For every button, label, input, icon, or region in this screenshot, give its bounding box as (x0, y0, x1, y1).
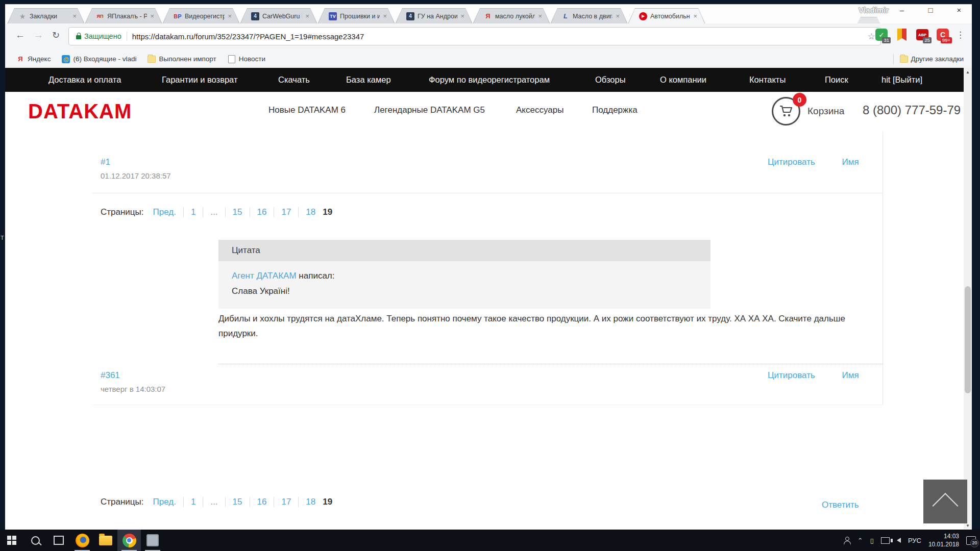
tab-close-icon[interactable]: × (150, 13, 154, 19)
tab-close-icon[interactable]: × (616, 13, 620, 19)
nav-reviews[interactable]: Обзоры (595, 75, 626, 85)
tab-close-icon[interactable]: × (228, 13, 232, 19)
tab-close-icon[interactable]: × (305, 13, 309, 19)
display-icon[interactable] (881, 537, 890, 544)
address-bar[interactable]: Защищено https://datakam.ru/forum/352/23… (68, 27, 881, 45)
scrollbar-thumb[interactable] (965, 286, 971, 393)
nav-about[interactable]: О компании (660, 75, 706, 85)
extension-shield[interactable]: ✓ 31 (874, 28, 889, 42)
browser-menu-icon[interactable]: ⋮ (956, 30, 965, 40)
minimize-button[interactable]: – (894, 6, 910, 14)
tab-firmware[interactable]: TV Прошивки и инс × (317, 8, 395, 24)
quote-link[interactable]: Цитировать (768, 370, 815, 380)
tv-favicon-icon: TV (329, 12, 337, 20)
people-icon[interactable] (843, 537, 850, 544)
quote-author-link[interactable]: Агент ДАТАКАМ (232, 271, 297, 281)
menu-support[interactable]: Поддержка (592, 105, 638, 115)
menu-accessories[interactable]: Аксессуары (516, 105, 564, 115)
close-button[interactable]: × (951, 6, 967, 14)
page-15[interactable]: 15 (233, 497, 242, 507)
back-icon[interactable]: ← (15, 30, 25, 41)
nav-logout[interactable]: hit [Выйти] (881, 75, 922, 85)
scroll-up-icon[interactable]: ▲ (964, 68, 972, 76)
task-view-button[interactable] (47, 530, 70, 551)
speaker-icon[interactable] (897, 538, 901, 543)
tab-close-icon[interactable]: × (538, 13, 542, 19)
post-361-anchor[interactable]: #361 (101, 370, 120, 380)
battery-icon[interactable]: ▯ (870, 537, 874, 544)
scroll-to-top-button[interactable] (923, 480, 967, 523)
post-1-actions: Цитировать Имя (768, 157, 859, 167)
profile-badge[interactable]: Vladimir (859, 6, 889, 14)
tab-carwebguru[interactable]: 4 CarWebGuru Lau × (240, 8, 317, 24)
nav-search[interactable]: Поиск (825, 75, 848, 85)
page-scrollbar[interactable]: ▲ ▼ (964, 68, 972, 530)
reply-link[interactable]: Ответить (822, 500, 859, 510)
maximize-button[interactable]: □ (923, 6, 938, 14)
nav-download[interactable]: Скачать (278, 75, 310, 85)
datakam-logo[interactable]: DATAKAM (28, 100, 132, 123)
menu-datakam6[interactable]: Новые DATAKAM 6 (268, 105, 346, 115)
taskbar-chrome-active[interactable] (117, 530, 141, 551)
reload-icon[interactable]: ↻ (52, 30, 60, 41)
tab-close-icon[interactable]: × (460, 13, 464, 19)
action-center-icon[interactable]: 20 (966, 536, 976, 545)
bookmark-label: Выполнен импорт (159, 55, 216, 63)
taskbar-app[interactable] (141, 530, 164, 551)
tab-close-icon[interactable]: × (72, 13, 77, 19)
extension-adblock[interactable]: ABP 25 (915, 28, 929, 42)
nav-contacts[interactable]: Контакты (749, 75, 786, 85)
page-16[interactable]: 16 (257, 497, 267, 507)
start-button[interactable] (0, 530, 23, 551)
url-text[interactable]: https://datakam.ru/forum/352/23347/?PAGE… (132, 32, 864, 41)
yandex-favicon-icon: Я (484, 12, 492, 20)
page-16[interactable]: 16 (257, 207, 267, 217)
nav-warranty[interactable]: Гарантии и возврат (162, 75, 237, 85)
post-1-anchor[interactable]: #1 (101, 157, 110, 167)
tab-android-headunit[interactable]: 4 ГУ на Андроид 7 × (395, 8, 473, 24)
page-17[interactable]: 17 (281, 497, 291, 507)
tab-yaplakal[interactable]: ЯП ЯПлакалъ - Разд × (85, 8, 162, 24)
taskbar-explorer[interactable] (94, 530, 117, 551)
page-18[interactable]: 18 (306, 497, 315, 507)
page-17[interactable]: 17 (281, 207, 291, 217)
other-bookmarks[interactable]: Другие закладки (900, 55, 964, 63)
nav-forum[interactable]: Форум по видеорегистраторам (429, 75, 550, 85)
page-1[interactable]: 1 (191, 497, 195, 507)
cart-label[interactable]: Корзина (807, 106, 844, 117)
tab-engine-oil[interactable]: L Масло в двигате × (550, 8, 628, 24)
taskbar-firefox[interactable] (70, 530, 94, 551)
tab-bookmarks[interactable]: ★ Закладки × (7, 8, 85, 24)
tab-videoregistrator[interactable]: BP Видеорегистрато × (162, 8, 240, 24)
menu-datakam-g5[interactable]: Легендарные DATAKAM G5 (374, 105, 485, 115)
forward-icon[interactable]: → (34, 30, 43, 41)
extension-badge: 25 (923, 37, 932, 43)
tab-datakam-active[interactable]: ▶ Автомобильные × (628, 8, 705, 24)
extension-bookmarks[interactable] (895, 28, 909, 42)
nav-camera-base[interactable]: База камер (346, 75, 391, 85)
extension-cashback[interactable]: C 99+ (936, 28, 950, 42)
cart-button[interactable]: 0 (772, 97, 800, 126)
bookmark-yandex[interactable]: Я Яндекс (16, 55, 51, 63)
tab-oil-search[interactable]: Я масло лукойл 5w × (473, 8, 550, 24)
tab-close-icon[interactable]: × (693, 13, 697, 19)
site-top-nav: Доставка и оплата Гарантии и возврат Ска… (5, 68, 964, 92)
page-15[interactable]: 15 (233, 207, 242, 217)
name-link[interactable]: Имя (842, 157, 859, 167)
tab-close-icon[interactable]: × (383, 13, 387, 19)
bookmark-import-folder[interactable]: Выполнен импорт (148, 55, 216, 63)
nav-delivery[interactable]: Доставка и оплата (48, 75, 121, 85)
page-prev[interactable]: Пред. (153, 497, 176, 507)
page-prev[interactable]: Пред. (153, 207, 176, 217)
bookmark-news[interactable]: Новости (228, 55, 265, 63)
bookmark-inbox[interactable]: @ (6) Входящие - vladi (62, 55, 136, 63)
tray-expand-icon[interactable]: ⌃ (857, 537, 863, 544)
taskbar-search-button[interactable] (23, 530, 47, 551)
taskbar-clock[interactable]: 14:03 10.01.2018 (928, 532, 959, 548)
language-indicator[interactable]: РУС (908, 537, 921, 544)
quote-link[interactable]: Цитировать (768, 157, 815, 167)
page-1[interactable]: 1 (191, 207, 195, 217)
name-link[interactable]: Имя (842, 370, 859, 380)
page-18[interactable]: 18 (306, 207, 315, 217)
pagination-separator (183, 207, 184, 217)
